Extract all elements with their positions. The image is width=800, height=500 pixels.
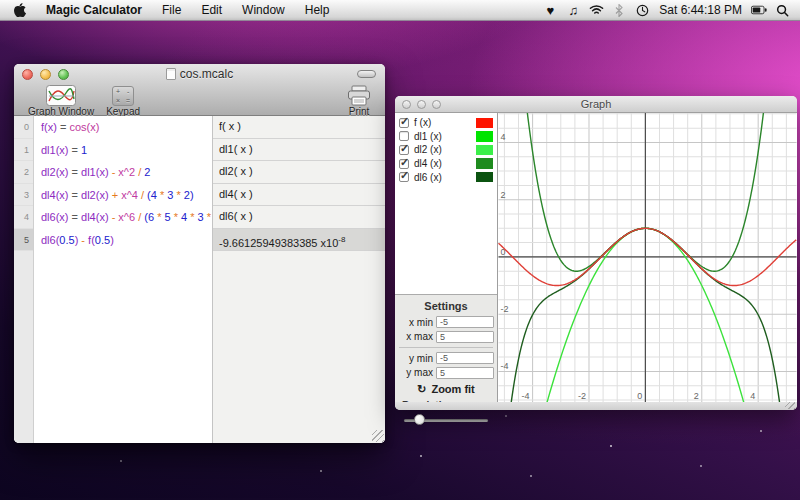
- graph-window-footer: [395, 402, 797, 410]
- formula-row[interactable]: dl6(x) = dl4(x) - x^6 / (6 * 5 * 4 * 3 *…: [35, 206, 212, 229]
- result-row[interactable]: -9.66125949383385 x10-8: [213, 229, 385, 252]
- resolution-slider[interactable]: [404, 414, 488, 426]
- battery-icon[interactable]: [751, 2, 767, 18]
- print-button[interactable]: Print: [341, 84, 377, 117]
- function-legend-list: ✓f (x)dl1 (x)✓dl2 (x)✓dl4 (x)✓dl6 (x): [395, 113, 497, 295]
- line-number[interactable]: 0: [14, 116, 33, 139]
- function-label: dl2 (x): [414, 144, 442, 155]
- result-row[interactable]: dl6( x ): [213, 206, 385, 229]
- menubar-clock[interactable]: Sat 6:44:18 PM: [657, 3, 744, 17]
- zoom-fit-label: Zoom fit: [431, 383, 474, 395]
- graph-window: Graph ✓f (x)dl1 (x)✓dl2 (x)✓dl4 (x)✓dl6 …: [395, 96, 797, 410]
- result-row[interactable]: dl2( x ): [213, 161, 385, 184]
- function-label: dl4 (x): [414, 158, 442, 169]
- resize-grip[interactable]: [372, 430, 384, 442]
- line-number[interactable]: 4: [14, 206, 33, 229]
- settings-divider: [399, 347, 493, 348]
- line-number[interactable]: 5: [14, 229, 33, 252]
- svg-text:2: 2: [500, 190, 505, 200]
- svg-text:0: 0: [637, 391, 642, 401]
- keypad-button[interactable]: +-×= Keypad: [100, 84, 146, 117]
- calculator-toolbar: Graph Window +-×= Keypad Print: [14, 84, 385, 116]
- svg-text:-2: -2: [578, 391, 586, 401]
- function-color-swatch[interactable]: [476, 158, 493, 169]
- line-number[interactable]: 1: [14, 139, 33, 162]
- graph-window-icon: [46, 85, 76, 106]
- calculator-window-header[interactable]: cos.mcalc Graph Window +-×= Keypad: [14, 64, 385, 116]
- formula-row[interactable]: dl1(x) = 1: [35, 139, 212, 162]
- formula-editor[interactable]: f(x) = cos(x)dl1(x) = 1dl2(x) = dl1(x) -…: [35, 116, 212, 443]
- svg-text:4: 4: [500, 132, 505, 142]
- graph-titlebar[interactable]: Graph: [395, 96, 797, 113]
- document-icon: [166, 68, 176, 80]
- x-max-input[interactable]: [436, 331, 494, 343]
- function-color-swatch[interactable]: [476, 131, 493, 142]
- plot-area[interactable]: -4-2024420-2-4: [497, 113, 797, 402]
- bluetooth-icon[interactable]: [611, 2, 627, 18]
- menu-help[interactable]: Help: [295, 0, 340, 20]
- y-min-input[interactable]: [436, 352, 494, 364]
- wifi-icon[interactable]: [588, 2, 604, 18]
- function-visibility-checkbox[interactable]: ✓: [399, 159, 409, 169]
- result-row[interactable]: dl4( x ): [213, 184, 385, 207]
- x-min-input[interactable]: [436, 316, 494, 328]
- resize-grip[interactable]: [785, 402, 795, 409]
- settings-header: Settings: [395, 300, 497, 312]
- graph-window-button[interactable]: Graph Window: [22, 84, 100, 117]
- y-max-label: y max: [399, 367, 433, 378]
- formula-row[interactable]: dl4(x) = dl2(x) + x^4 / (4 * 3 * 2): [35, 184, 212, 207]
- y-max-input[interactable]: [436, 367, 494, 379]
- x-min-label: x min: [399, 317, 433, 328]
- zoom-fit-button[interactable]: ↻ Zoom fit: [395, 382, 497, 396]
- calculator-content: 012345 f(x) = cos(x)dl1(x) = 1dl2(x) = d…: [14, 116, 385, 443]
- legend-row: dl1 (x): [395, 130, 497, 144]
- svg-text:-4: -4: [522, 391, 530, 401]
- keypad-icon: +-×=: [112, 85, 134, 106]
- apple-menu[interactable]: [0, 3, 36, 17]
- curve-dl2x: [498, 228, 796, 402]
- function-visibility-checkbox[interactable]: [399, 131, 409, 141]
- line-number[interactable]: 3: [14, 184, 33, 207]
- apple-logo-icon: [14, 3, 26, 17]
- formula-row[interactable]: f(x) = cos(x): [35, 116, 212, 139]
- graph-window-title: Graph: [395, 96, 797, 112]
- calculator-titlebar[interactable]: cos.mcalc: [14, 64, 385, 84]
- curve-dl4x: [498, 113, 796, 271]
- line-number-gutter: 012345: [14, 116, 34, 443]
- legend-row: ✓f (x): [395, 116, 497, 130]
- result-row[interactable]: dl1( x ): [213, 139, 385, 162]
- graph-side-panel: ✓f (x)dl1 (x)✓dl2 (x)✓dl4 (x)✓dl6 (x) Se…: [395, 113, 497, 402]
- function-visibility-checkbox[interactable]: ✓: [399, 172, 409, 182]
- function-label: f (x): [414, 117, 431, 128]
- function-color-swatch[interactable]: [476, 118, 493, 129]
- function-color-swatch[interactable]: [476, 145, 493, 156]
- svg-text:4: 4: [750, 391, 755, 401]
- clock-icon[interactable]: [634, 2, 650, 18]
- svg-text:-4: -4: [500, 361, 508, 371]
- music-note-icon[interactable]: ♫: [565, 2, 581, 18]
- function-color-swatch[interactable]: [476, 172, 493, 183]
- formula-row[interactable]: dl6(0.5) - f(0.5): [35, 229, 212, 252]
- spotlight-icon[interactable]: [774, 2, 790, 18]
- heart-icon[interactable]: ♥: [542, 2, 558, 18]
- legend-row: ✓dl2 (x): [395, 143, 497, 157]
- line-number[interactable]: 2: [14, 161, 33, 184]
- function-visibility-checkbox[interactable]: ✓: [399, 118, 409, 128]
- curve-dl6x: [498, 228, 796, 402]
- menu-app-name[interactable]: Magic Calculator: [36, 0, 152, 20]
- results-pane[interactable]: f( x )dl1( x )dl2( x )dl4( x )dl6( x )-9…: [212, 116, 385, 443]
- window-title: cos.mcalc: [14, 64, 385, 84]
- zoom-fit-icon: ↻: [417, 383, 426, 396]
- function-visibility-checkbox[interactable]: ✓: [399, 145, 409, 155]
- x-max-label: x max: [399, 331, 433, 342]
- formula-row[interactable]: dl2(x) = dl1(x) - x^2 / 2: [35, 161, 212, 184]
- y-min-label: y min: [399, 353, 433, 364]
- result-row[interactable]: f( x ): [213, 116, 385, 139]
- menu-window[interactable]: Window: [232, 0, 295, 20]
- menu-edit[interactable]: Edit: [191, 0, 232, 20]
- toolbar-toggle-pill[interactable]: [357, 70, 376, 78]
- function-label: dl6 (x): [414, 172, 442, 183]
- function-label: dl1 (x): [414, 131, 442, 142]
- slider-thumb[interactable]: [414, 414, 425, 425]
- menu-file[interactable]: File: [152, 0, 191, 20]
